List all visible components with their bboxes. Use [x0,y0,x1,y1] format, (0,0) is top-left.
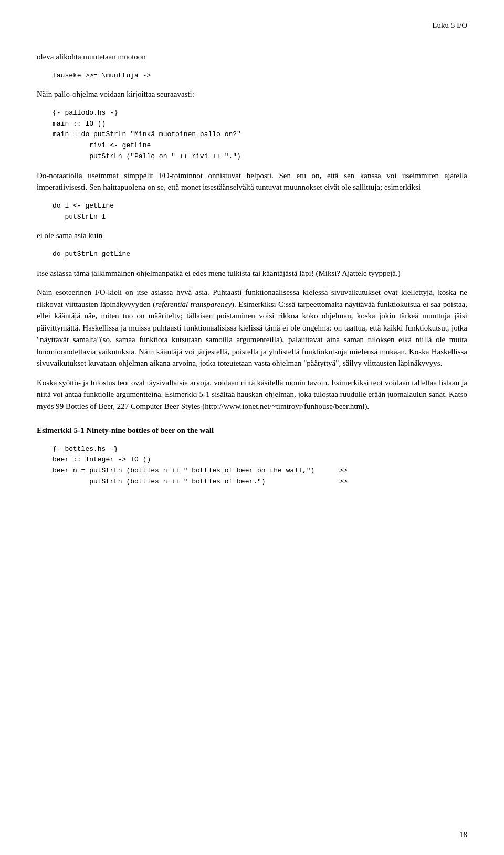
code-block-3: do l <- getLine putStrLn l [52,201,467,223]
paragraph-1: Näin pallo-ohjelma voidaan kirjoittaa se… [37,88,467,100]
paragraph-5: Näin esoteerinen I/O-kieli on itse asias… [37,286,467,369]
italic-referential: referential transparency [155,300,232,308]
code-block-5: {- bottles.hs -} beer :: Integer -> IO (… [52,444,467,488]
section-heading: Esimerkki 5-1 Ninety-nine bottles of bee… [37,425,467,437]
code-block-1: lauseke >>= \muuttuja -> [52,70,467,81]
page-number: 18 [459,830,467,839]
code-block-4: do putStrLn getLine [52,249,467,260]
code-block-2: {- pallodo.hs -} main :: IO () main = do… [52,108,467,162]
paragraph-4: Itse asiassa tämä jälkimmäinen ohjelmanp… [37,267,467,280]
paragraph-2: Do-notaatiolla useimmat simppelit I/O-to… [37,170,467,193]
page-container: Luku 5 I/O oleva alikohta muutetaan muot… [0,0,504,855]
header-title: Luku 5 I/O [432,21,467,29]
paragraph-6: Koska syöttö- ja tulostus teot ovat täys… [37,377,467,413]
intro-paragraph: oleva alikohta muutetaan muotoon [37,51,467,63]
content-body: oleva alikohta muutetaan muotoon lauseke… [37,51,467,488]
paragraph-3: ei ole sama asia kuin [37,230,467,242]
page-header: Luku 5 I/O [37,21,467,30]
